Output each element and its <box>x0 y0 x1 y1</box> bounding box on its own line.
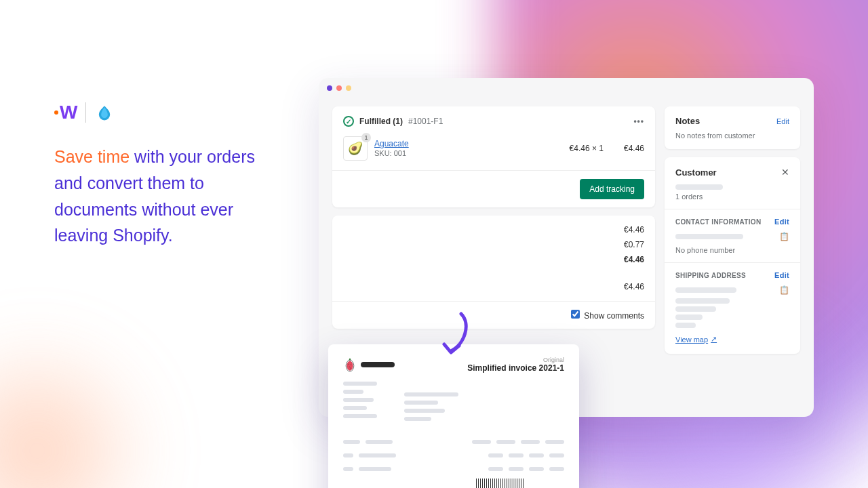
winvoice-logo: W <box>54 102 76 123</box>
notes-card: Notes Edit No notes from customer <box>665 106 800 149</box>
contact-info-label: CONTACT INFORMATION <box>675 218 761 226</box>
logo-row: W <box>54 102 285 123</box>
clipboard-icon[interactable]: 📋 <box>779 232 789 241</box>
headline: Save time with your orders and convert t… <box>54 144 285 249</box>
partner-logo <box>96 104 113 121</box>
company-logo <box>343 357 395 373</box>
svg-point-4 <box>349 367 350 367</box>
fulfilled-title: Fulfilled (1) <box>359 117 403 126</box>
shipping-address-label: SHIPPING ADDRESS <box>675 272 746 279</box>
customer-title: Customer <box>675 167 717 178</box>
show-comments-toggle[interactable]: Show comments <box>571 310 644 321</box>
traffic-light-min[interactable] <box>336 85 342 91</box>
barcode-icon <box>476 479 524 488</box>
close-icon[interactable]: ✕ <box>781 167 789 178</box>
external-icon: ↗ <box>711 335 717 344</box>
clipboard-icon[interactable]: 📋 <box>779 285 789 295</box>
product-link[interactable]: Aguacate <box>374 139 409 148</box>
qty-price: €4.46 × 1 <box>570 144 604 153</box>
svg-point-1 <box>347 361 353 370</box>
line-total: €4.46 <box>610 144 644 153</box>
invoice-preview: Original Simplified invoice 2021-1 <box>328 344 579 488</box>
invoice-title: Simplified invoice 2021-1 <box>467 363 564 373</box>
arrow-icon <box>434 310 475 365</box>
edit-shipping-button[interactable]: Edit <box>774 271 789 279</box>
edit-contact-button[interactable]: Edit <box>774 218 789 226</box>
check-icon <box>343 116 354 127</box>
window-chrome <box>319 78 814 98</box>
invoice-original-label: Original <box>467 357 564 363</box>
traffic-light-max[interactable] <box>346 85 351 91</box>
customer-card: Customer ✕ 1 orders CONTACT INFORMATION … <box>665 157 800 354</box>
payment-value: €0.77 <box>610 240 644 249</box>
no-phone-label: No phone number <box>675 246 789 254</box>
edit-notes-button[interactable]: Edit <box>776 117 789 125</box>
payment-value: €4.46 <box>610 255 644 264</box>
notes-empty: No notes from customer <box>675 131 789 140</box>
browser-window: Fulfilled (1) #1001-F1 ••• 🥑1 Aguacate S… <box>319 78 814 417</box>
product-sku: SKU: 001 <box>374 149 406 157</box>
divider <box>85 102 86 123</box>
payment-card: €4.46 €0.77 €4.46 €4.46 Show comments <box>332 216 655 329</box>
view-map-link[interactable]: View map ↗ <box>675 335 717 344</box>
customer-orders: 1 orders <box>675 192 789 201</box>
add-tracking-button[interactable]: Add tracking <box>580 179 644 199</box>
line-item: 🥑1 Aguacate SKU: 001 €4.46 × 1 €4.46 <box>343 136 644 161</box>
svg-point-2 <box>349 364 349 365</box>
svg-point-3 <box>351 365 351 365</box>
order-id: #1001-F1 <box>408 117 443 126</box>
qty-badge: 1 <box>361 133 371 142</box>
product-thumb[interactable]: 🥑1 <box>343 136 368 161</box>
svg-point-5 <box>350 368 351 369</box>
notes-title: Notes <box>675 116 700 126</box>
payment-value: €4.46 <box>610 225 644 235</box>
traffic-light-close[interactable] <box>327 85 332 91</box>
fulfilled-card: Fulfilled (1) #1001-F1 ••• 🥑1 Aguacate S… <box>332 106 655 207</box>
payment-value: €4.46 <box>610 282 644 291</box>
more-icon[interactable]: ••• <box>633 117 644 126</box>
